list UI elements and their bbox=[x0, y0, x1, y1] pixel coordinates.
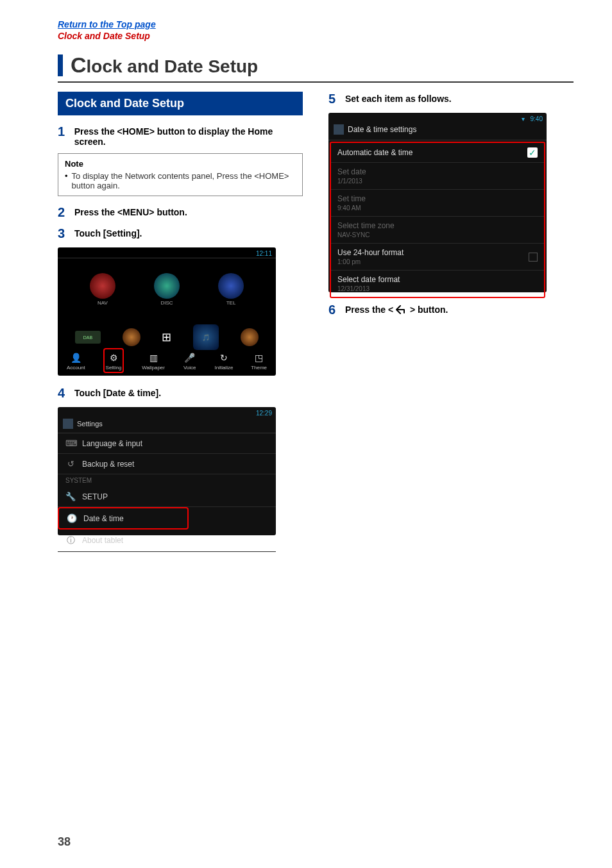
step-text: Touch [Date & time]. bbox=[74, 386, 161, 398]
bullet-icon: • bbox=[65, 171, 68, 190]
step-number: 1 bbox=[58, 124, 71, 139]
section-title: Clock and Date Setup bbox=[58, 92, 303, 115]
person-icon: 👤 bbox=[69, 351, 83, 365]
automatic-date-time-row: Automatic date & time ✓ bbox=[331, 143, 544, 163]
date-time-row-highlight: 🕐Date & time bbox=[58, 507, 189, 530]
step-1: 1 Press the <HOME> button to display the… bbox=[58, 124, 303, 147]
step-number: 5 bbox=[328, 92, 341, 106]
checkmark-icon: ✓ bbox=[527, 147, 538, 158]
voice-button: 🎤Voice bbox=[183, 351, 197, 371]
setup-row: 🔧SETUP bbox=[58, 487, 276, 507]
home-screen-illustration: 12:11 NAV DISC TEL bbox=[58, 247, 276, 376]
note-box: Note • To display the Network contents p… bbox=[58, 153, 303, 196]
step-text: Touch [Setting]. bbox=[74, 226, 142, 238]
refresh-icon: ↻ bbox=[217, 351, 231, 365]
main-heading: Clock and Date Setup bbox=[58, 53, 574, 78]
clock-readout: 12:11 bbox=[256, 250, 272, 257]
wifi-icon: ▾ bbox=[522, 115, 525, 122]
date-time-options-highlight: Automatic date & time ✓ Set date1/1/2013… bbox=[330, 142, 545, 298]
step-number: 3 bbox=[58, 226, 71, 241]
checkbox-icon bbox=[529, 253, 538, 262]
step-4: 4 Touch [Date & time]. bbox=[58, 386, 303, 401]
breadcrumb: Clock and Date Setup bbox=[58, 31, 574, 41]
system-section-label: SYSTEM bbox=[58, 474, 276, 487]
restore-icon: ↺ bbox=[65, 459, 76, 469]
heading-accent-bar bbox=[58, 54, 63, 76]
theme-button: ◳Theme bbox=[251, 351, 267, 371]
language-input-row: ⌨Language & input bbox=[58, 433, 276, 454]
step-text: Set each item as follows. bbox=[345, 92, 452, 104]
set-time-row: Set time9:40 AM bbox=[331, 190, 544, 217]
about-tablet-row: ⓘAbout tablet bbox=[58, 530, 276, 552]
nav-app: NAV bbox=[90, 273, 115, 306]
step-number: 2 bbox=[58, 205, 71, 220]
gear-icon: ⚙ bbox=[106, 351, 121, 365]
settings-header: Settings bbox=[58, 407, 276, 433]
use-24h-format-row: Use 24-hour format1:00 pm bbox=[331, 244, 544, 271]
back-arrow-icon bbox=[396, 305, 407, 316]
note-text: To display the Network contents panel, P… bbox=[72, 171, 296, 190]
info-icon: ⓘ bbox=[65, 535, 76, 546]
dab-app: DAB bbox=[75, 331, 101, 344]
account-button: 👤Account bbox=[67, 351, 85, 371]
step-text: Press the <MENU> button. bbox=[74, 205, 187, 217]
disc-app: DISC bbox=[154, 273, 180, 306]
wallpaper-button: ▥Wallpaper bbox=[142, 351, 165, 371]
theme-icon: ◳ bbox=[252, 351, 266, 365]
disc-icon bbox=[154, 273, 180, 299]
tel-icon bbox=[218, 273, 244, 299]
wallpaper-icon: ▥ bbox=[146, 351, 160, 365]
page-number: 38 bbox=[58, 835, 71, 849]
wrench-icon: 🔧 bbox=[65, 492, 76, 501]
initialize-button: ↻Initialize bbox=[214, 351, 233, 371]
clock-readout: 9:40 bbox=[531, 115, 543, 122]
date-time-settings-illustration: ▾ 9:40 Date & time settings Automatic da… bbox=[328, 113, 547, 292]
orange-app-icon bbox=[241, 328, 259, 346]
backup-reset-row: ↺Backup & reset bbox=[58, 454, 276, 474]
step-text: Press the <HOME> button to display the H… bbox=[74, 124, 303, 147]
step-number: 6 bbox=[328, 303, 341, 317]
nav-icon bbox=[90, 273, 115, 299]
clock-readout: 12:29 bbox=[256, 410, 272, 417]
setting-button-highlight: ⚙Setting bbox=[103, 348, 124, 373]
orange-app-icon bbox=[123, 328, 140, 346]
select-time-zone-row: Select time zoneNAV-SYNC bbox=[331, 217, 544, 244]
header-icon bbox=[334, 124, 344, 135]
tel-app: TEL bbox=[218, 273, 244, 306]
heading-underline bbox=[58, 81, 574, 83]
date-time-header: Date & time settings bbox=[328, 113, 547, 140]
grid-icon: ⊞ bbox=[162, 330, 171, 344]
step-text: Press the < > button. bbox=[345, 303, 448, 316]
step-number: 4 bbox=[58, 386, 71, 401]
select-date-format-row: Select date format12/31/2013 bbox=[331, 271, 544, 297]
settings-screen-illustration: 12:29 Settings ⌨Language & input ↺Backup… bbox=[58, 407, 276, 535]
note-title: Note bbox=[65, 159, 296, 169]
clock-icon: 🕐 bbox=[67, 513, 77, 523]
step-2: 2 Press the <MENU> button. bbox=[58, 205, 303, 220]
mic-icon: 🎤 bbox=[183, 351, 197, 365]
media-app-icon: 🎵 bbox=[193, 324, 219, 350]
top-link[interactable]: Return to the Top page bbox=[58, 19, 574, 29]
step-3: 3 Touch [Setting]. bbox=[58, 226, 303, 241]
step-6: 6 Press the < > button. bbox=[328, 303, 574, 317]
step-5: 5 Set each item as follows. bbox=[328, 92, 574, 106]
settings-header-icon bbox=[63, 419, 73, 429]
set-date-row: Set date1/1/2013 bbox=[331, 163, 544, 190]
keyboard-icon: ⌨ bbox=[65, 438, 76, 448]
